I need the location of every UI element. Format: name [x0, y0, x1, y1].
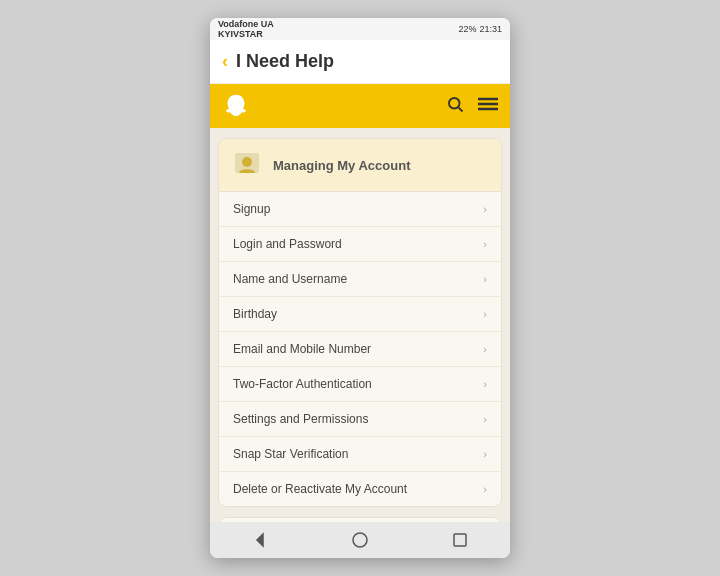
snapchat-logo[interactable]: [222, 92, 250, 120]
status-right: 22% 21:31: [458, 24, 502, 34]
menu-item-snap-star[interactable]: Snap Star Verification ›: [219, 437, 501, 472]
carrier-label: Vodafone UA KYIVSTAR: [218, 19, 274, 39]
section-header-managing: Managing My Account: [219, 139, 501, 192]
menu-icon[interactable]: [478, 97, 498, 115]
chevron-icon: ›: [483, 308, 487, 320]
menu-item-birthday[interactable]: Birthday ›: [219, 297, 501, 332]
time-label: 21:31: [479, 24, 502, 34]
managing-my-account-section: Managing My Account Signup › Login and P…: [218, 138, 502, 507]
svg-point-6: [242, 157, 252, 167]
nav-bar: [210, 84, 510, 128]
back-button[interactable]: ‹: [222, 51, 228, 72]
chevron-icon: ›: [483, 203, 487, 215]
status-bar: Vodafone UA KYIVSTAR 22% 21:31: [210, 18, 510, 40]
chevron-icon: ›: [483, 483, 487, 495]
nav-icons: [446, 95, 498, 117]
bottom-nav: [210, 522, 510, 558]
menu-item-login-password[interactable]: Login and Password ›: [219, 227, 501, 262]
account-icon: [231, 149, 263, 181]
chevron-icon: ›: [483, 448, 487, 460]
chevron-icon: ›: [483, 273, 487, 285]
header: ‹ I Need Help: [210, 40, 510, 84]
section-title-managing: Managing My Account: [273, 158, 410, 173]
menu-item-delete-reactivate[interactable]: Delete or Reactivate My Account ›: [219, 472, 501, 506]
menu-item-name-username[interactable]: Name and Username ›: [219, 262, 501, 297]
chevron-icon: ›: [483, 413, 487, 425]
battery-label: 22%: [458, 24, 476, 34]
menu-item-signup[interactable]: Signup ›: [219, 192, 501, 227]
svg-point-0: [449, 98, 460, 109]
svg-rect-13: [454, 534, 466, 546]
menu-item-email-mobile[interactable]: Email and Mobile Number ›: [219, 332, 501, 367]
chevron-icon: ›: [483, 343, 487, 355]
search-icon[interactable]: [446, 95, 464, 117]
chevron-icon: ›: [483, 238, 487, 250]
home-nav-button[interactable]: [346, 526, 374, 554]
page-title: I Need Help: [236, 51, 334, 72]
svg-marker-11: [257, 534, 263, 546]
svg-line-1: [458, 107, 462, 111]
svg-point-12: [353, 533, 367, 547]
menu-item-settings-permissions[interactable]: Settings and Permissions ›: [219, 402, 501, 437]
recent-nav-button[interactable]: [446, 526, 474, 554]
back-nav-button[interactable]: [246, 526, 274, 554]
menu-item-two-factor[interactable]: Two-Factor Authentication ›: [219, 367, 501, 402]
chevron-icon: ›: [483, 378, 487, 390]
content-area: Managing My Account Signup › Login and P…: [210, 128, 510, 522]
